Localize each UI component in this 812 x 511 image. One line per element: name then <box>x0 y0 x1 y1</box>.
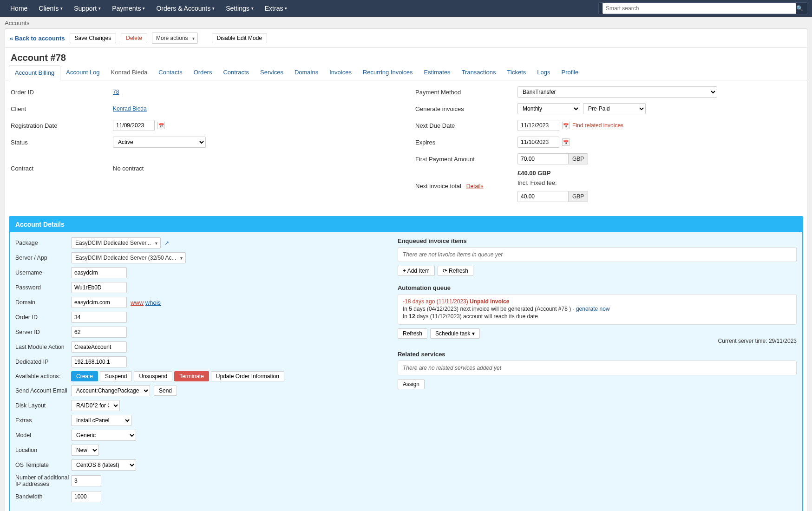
location-select[interactable]: New York <box>71 445 99 456</box>
tab-log[interactable]: Account Log <box>60 65 105 80</box>
delete-button[interactable]: Delete <box>121 33 147 43</box>
suspend-button[interactable]: Suspend <box>100 371 132 381</box>
calendar-icon[interactable]: 📅 <box>562 122 570 129</box>
auto-line1: -18 days ago (11/11/2023) Unpaid invoice <box>403 298 509 305</box>
label-package: Package <box>15 240 71 246</box>
tabs: Account Billing Account Log Konrad Bieda… <box>5 65 807 80</box>
unsuspend-button[interactable]: Unsuspend <box>134 371 172 381</box>
orderid-input[interactable] <box>71 312 127 323</box>
send-email-button[interactable]: Send <box>154 386 177 396</box>
terminate-button[interactable]: Terminate <box>174 371 209 381</box>
find-invoices-link[interactable]: Find related invoices <box>572 122 623 129</box>
label-domain: Domain <box>15 299 71 306</box>
enqueued-title: Enqueued invoice items <box>398 237 797 244</box>
reg-date-input[interactable] <box>113 120 155 131</box>
whois-link[interactable]: whois <box>145 299 161 306</box>
nav-settings[interactable]: Settings▾ <box>220 1 259 16</box>
label-gen-invoices: Generate invoices <box>415 105 517 112</box>
expires-input[interactable] <box>517 137 559 148</box>
tab-tickets[interactable]: Tickets <box>502 65 532 80</box>
tab-invoices[interactable]: Invoices <box>324 65 357 80</box>
tab-contracts[interactable]: Contracts <box>217 65 255 80</box>
calendar-icon[interactable]: 📅 <box>562 138 570 146</box>
client-link[interactable]: Konrad Bieda <box>113 105 147 112</box>
tab-transactions[interactable]: Transactions <box>456 65 502 80</box>
www-link[interactable]: www <box>131 299 144 306</box>
details-header: Account Details <box>10 217 802 232</box>
email-template-select[interactable]: Account:ChangePackage:Success <box>71 385 150 396</box>
ip-input[interactable] <box>71 356 127 367</box>
label-os: OS Template <box>15 462 71 468</box>
package-select[interactable]: EasyDCIM Dedicated Server... <box>71 237 161 249</box>
schedule-task-button[interactable]: Schedule task ▾ <box>430 328 480 339</box>
order-id-link[interactable]: 78 <box>113 89 119 95</box>
caret-icon: ▾ <box>98 6 101 11</box>
update-order-button[interactable]: Update Order Information <box>211 371 284 381</box>
tab-logs[interactable]: Logs <box>531 65 556 80</box>
tab-billing[interactable]: Account Billing <box>9 65 60 80</box>
label-email: Send Account Email <box>15 387 71 394</box>
search-input[interactable] <box>602 3 796 14</box>
nav-extras[interactable]: Extras▾ <box>259 1 293 16</box>
create-button[interactable]: Create <box>71 371 98 381</box>
label-serverapp: Server / App <box>15 255 71 261</box>
external-link-icon[interactable]: ↗ <box>164 240 169 246</box>
auto-line2: In 5 days (04/12/2023) next invoice will… <box>403 306 792 312</box>
tab-services[interactable]: Services <box>255 65 289 80</box>
nav-payments[interactable]: Payments▾ <box>106 1 151 16</box>
tab-contacts[interactable]: Contacts <box>153 65 188 80</box>
bw-input[interactable] <box>71 491 101 502</box>
model-select[interactable]: Generic <box>71 430 136 441</box>
label-next-invoice: Next invoice total Details <box>415 183 517 190</box>
refresh-button[interactable]: ⟳ Refresh <box>438 266 473 276</box>
status-select[interactable]: Active <box>113 137 206 148</box>
back-link[interactable]: « Back to accounts <box>10 35 65 42</box>
smart-search[interactable]: 🔍 <box>598 2 807 14</box>
tab-profile[interactable]: Profile <box>556 65 584 80</box>
nav-home[interactable]: Home <box>5 1 33 16</box>
assign-button[interactable]: Assign <box>398 379 425 389</box>
more-actions-dropdown[interactable]: More actions <box>152 33 198 44</box>
save-button[interactable]: Save Changes <box>70 33 117 43</box>
label-client: Client <box>11 105 113 112</box>
tab-domains[interactable]: Domains <box>289 65 324 80</box>
disable-edit-button[interactable]: Disable Edit Mode <box>212 33 267 43</box>
label-disk: Disk Layout <box>15 402 71 409</box>
caret-icon: ▾ <box>212 6 215 11</box>
serverid-input[interactable] <box>71 327 127 338</box>
related-empty: There are no related services added yet <box>403 365 501 371</box>
extras-select[interactable]: Install cPanel <box>71 415 131 426</box>
tab-owner[interactable]: Konrad Bieda <box>105 65 153 80</box>
details-link[interactable]: Details <box>466 183 484 190</box>
tab-estimates[interactable]: Estimates <box>419 65 456 80</box>
nav-clients[interactable]: Clients▾ <box>33 1 68 16</box>
calendar-icon[interactable]: 📅 <box>157 122 165 129</box>
caret-icon: ▾ <box>285 6 287 11</box>
label-status: Status <box>11 139 113 146</box>
automation-title: Automation queue <box>398 284 797 291</box>
refresh-queue-button[interactable]: Refresh <box>398 328 427 339</box>
server-time: Current server time: 29/11/2023 <box>398 338 797 344</box>
tab-orders[interactable]: Orders <box>188 65 218 80</box>
disk-select[interactable]: RAID0*2 for CentOS <box>71 400 120 411</box>
addip-input[interactable] <box>71 475 101 486</box>
contract-value: No contract <box>113 165 397 172</box>
first-payment-input[interactable] <box>517 153 569 164</box>
domain-input[interactable] <box>71 297 127 308</box>
password-input[interactable] <box>71 282 127 293</box>
username-input[interactable] <box>71 267 127 278</box>
gen-freq-select[interactable]: Monthly <box>517 103 580 114</box>
tab-recurring[interactable]: Recurring Invoices <box>357 65 419 80</box>
search-icon: 🔍 <box>796 5 803 12</box>
add-item-button[interactable]: + Add Item <box>398 266 435 276</box>
fee-input[interactable] <box>517 191 569 202</box>
due-date-input[interactable] <box>517 120 559 131</box>
nav-orders[interactable]: Orders & Accounts▾ <box>151 1 220 16</box>
serverapp-select[interactable]: EasyDCIM Dedicated Server (32/50 Ac... <box>71 252 186 263</box>
generate-now-link[interactable]: generate now <box>576 306 610 312</box>
os-select[interactable]: CentOS 8 (latest) <box>71 459 136 471</box>
lastmod-input[interactable] <box>71 341 127 353</box>
gen-mode-select[interactable]: Pre-Paid <box>583 103 646 114</box>
payment-method-select[interactable]: BankTransfer <box>517 86 717 98</box>
nav-support[interactable]: Support▾ <box>68 1 106 16</box>
